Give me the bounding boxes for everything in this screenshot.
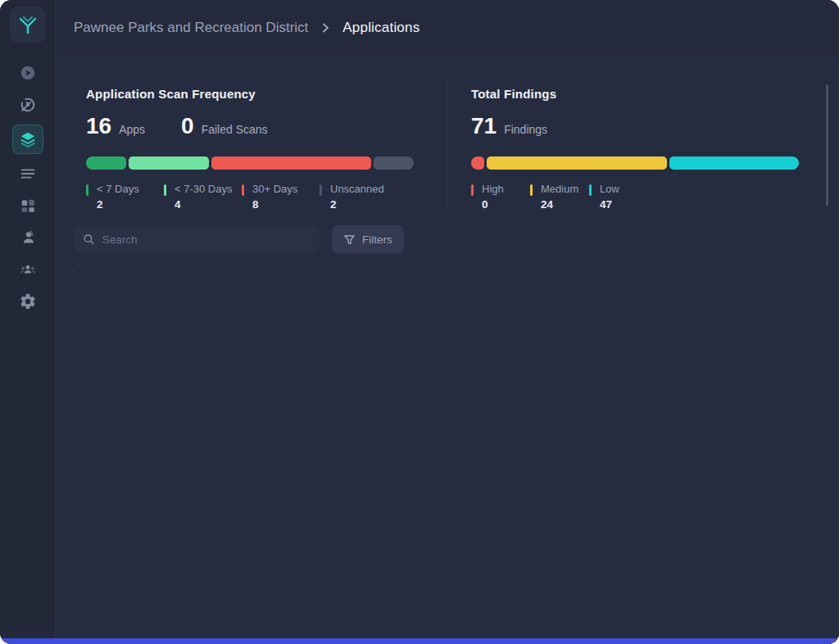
table-row[interactable]: DashVue-DashboardVisualization Pre-Produ…	[74, 534, 832, 574]
bar-segment-7to30	[129, 156, 209, 170]
total-findings-title: Total Findings	[471, 87, 799, 101]
findings-stat: 71 Findings	[471, 113, 547, 139]
sidebar-item-user[interactable]	[13, 225, 43, 250]
failed-scans-stat: 0 Failed Scans	[181, 113, 268, 139]
filter-funnel-icon	[343, 234, 356, 246]
legend-label: 30+ Days	[252, 183, 297, 195]
scan-frequency-bar	[86, 156, 414, 170]
summary-cards: Application Scan Frequency 16 Apps 0 Fai…	[56, 57, 839, 214]
table-row[interactable]: Chartify-ChartGeneration Pre-Production …	[74, 415, 832, 455]
scan-frequency-title: Application Scan Frequency	[86, 87, 414, 101]
total-findings-bar	[471, 156, 799, 170]
bar-segment-unscanned	[374, 156, 414, 170]
sidebar-item-target[interactable]	[13, 93, 43, 117]
table-header: Application Last Scan Date Scan Findings	[74, 265, 832, 295]
sidebar-item-team[interactable]	[13, 257, 43, 282]
breadcrumb-parent[interactable]: Pawnee Parks and Recreation District	[74, 20, 308, 36]
legend-value: 47	[600, 198, 619, 211]
apps-grid-icon	[19, 197, 37, 215]
findings-label: Findings	[504, 123, 547, 136]
table-row[interactable]: ConnectX-IntegrationPlatform Development…	[74, 494, 832, 534]
legend-tick	[320, 184, 322, 196]
legend-label: < 7 Days	[97, 183, 139, 195]
bar-segment-low	[669, 156, 799, 170]
user-icon	[19, 229, 37, 247]
settings-gear-icon	[19, 293, 37, 311]
brand-logo[interactable]	[10, 7, 46, 43]
legend-label: Low	[600, 183, 619, 195]
legend-label: Medium	[541, 183, 578, 195]
phoenix-logo-icon	[16, 13, 39, 36]
legend-tick	[530, 184, 533, 196]
layers-icon	[19, 130, 37, 148]
list-icon	[19, 165, 37, 183]
search-icon	[83, 233, 95, 246]
scan-frequency-legend: < 7 Days 2 < 7-30 Days 4	[86, 183, 414, 211]
legend-tick	[164, 184, 166, 196]
scan-frequency-card: Application Scan Frequency 16 Apps 0 Fai…	[86, 87, 414, 211]
chevron-right-icon	[320, 22, 331, 34]
apps-label: Apps	[119, 123, 145, 136]
legend-item: Low 47	[589, 183, 648, 211]
search-box[interactable]	[74, 225, 320, 253]
legend-label: Unscanned	[330, 183, 384, 195]
filters-button[interactable]: Filters	[332, 225, 404, 253]
legend-tick	[589, 184, 592, 196]
card-divider	[447, 79, 447, 207]
legend-label: < 7-30 Days	[175, 183, 232, 195]
breadcrumb: Pawnee Parks and Recreation District App…	[56, 0, 839, 57]
page-title: Applications	[342, 20, 420, 36]
sidebar	[0, 0, 56, 644]
legend-item: High 0	[471, 183, 530, 211]
filters-label: Filters	[362, 234, 392, 246]
legend-tick	[242, 184, 244, 196]
team-icon	[19, 261, 37, 279]
bar-segment-under7	[86, 156, 126, 170]
total-findings-stats: 71 Findings	[471, 113, 799, 139]
legend-item: < 7-30 Days 4	[164, 183, 242, 211]
legend-tick	[471, 184, 474, 196]
legend-tick	[86, 184, 88, 196]
target-arrow-icon	[19, 96, 37, 114]
total-findings-card: Total Findings 71 Findings	[471, 87, 799, 211]
bar-segment-30plus	[211, 156, 372, 170]
table-row[interactable]: Analytica-DataAnalytics Pre-Production S…	[74, 335, 832, 375]
total-findings-legend: High 0 Medium 24 Low	[471, 183, 799, 211]
legend-value: 8	[252, 198, 297, 211]
table-row[interactable]: Adminify-AdministrationTool Development …	[74, 295, 832, 335]
failed-scans-label: Failed Scans	[202, 123, 268, 136]
sidebar-item-play[interactable]	[13, 61, 43, 85]
legend-value: 4	[175, 198, 232, 211]
apps-stat: 16 Apps	[86, 113, 145, 139]
table-row[interactable]: AuthFlow-AuthenticationModule Developmen…	[74, 374, 832, 415]
sidebar-item-applications[interactable]	[12, 125, 43, 154]
table-toolbar: Filters	[74, 225, 839, 253]
main-area: Pawnee Parks and Recreation District App…	[56, 0, 839, 644]
app-window: Pawnee Parks and Recreation District App…	[0, 0, 839, 644]
legend-item: Medium 24	[530, 183, 589, 211]
table-row[interactable]: DocuFlow-DocumentManagement Development …	[74, 574, 832, 614]
legend-value: 0	[482, 198, 504, 211]
legend-item: 30+ Days 8	[242, 183, 320, 211]
legend-value: 2	[97, 198, 139, 211]
applications-table: Application Last Scan Date Scan Findings	[74, 265, 832, 614]
bar-segment-high	[471, 156, 484, 170]
apps-count: 16	[86, 113, 111, 139]
sidebar-item-settings[interactable]	[13, 289, 43, 314]
bottom-accent-bar	[0, 638, 839, 644]
legend-label: High	[482, 183, 504, 195]
findings-count: 71	[471, 113, 497, 139]
vertical-scrollbar[interactable]	[826, 84, 828, 206]
legend-item: < 7 Days 2	[86, 183, 164, 211]
scan-frequency-stats: 16 Apps 0 Failed Scans	[86, 113, 414, 139]
legend-value: 2	[330, 198, 384, 211]
legend-item: Unscanned 2	[320, 183, 397, 211]
failed-scans-count: 0	[181, 113, 194, 139]
sidebar-item-list[interactable]	[13, 161, 43, 186]
search-input[interactable]	[102, 234, 311, 246]
sidebar-nav	[12, 61, 43, 314]
legend-value: 24	[541, 198, 578, 211]
bar-segment-medium	[487, 156, 668, 170]
table-row[interactable]: ConnectX-IntegrationPlatform Pre-Product…	[74, 454, 832, 494]
sidebar-item-apps-grid[interactable]	[13, 193, 43, 218]
